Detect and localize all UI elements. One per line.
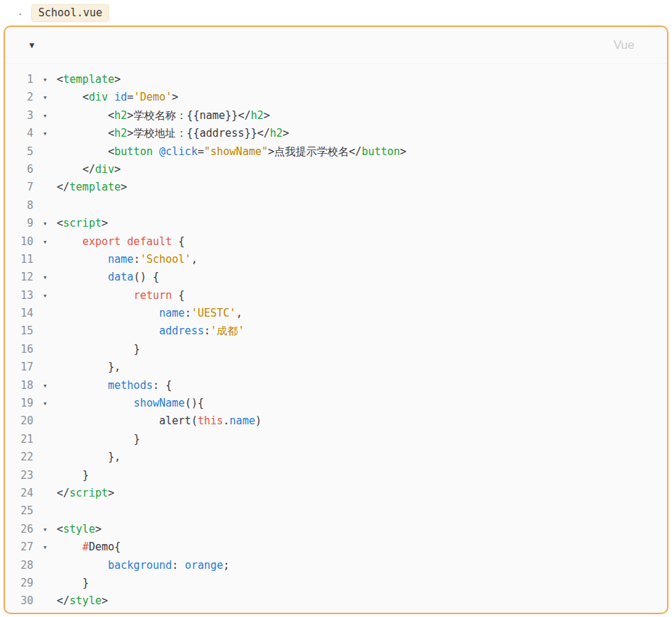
code-editor: ▼ Vue 1▾<template>2▾ <div id='Demo'>3▾ <… [4, 26, 668, 614]
fold-arrow-icon[interactable]: ▾ [33, 287, 57, 305]
code-line: 19▾ showName(){ [5, 395, 667, 412]
line-number: 29 [5, 574, 33, 592]
code-line: 21 } [5, 431, 667, 448]
fold-spacer [33, 143, 57, 161]
code-text: showName(){ [57, 395, 204, 412]
code-text: <h2>学校名称：{{name}}</h2> [57, 107, 270, 125]
fold-spacer [33, 251, 57, 268]
fold-arrow-icon[interactable]: ▾ [33, 89, 57, 106]
code-line: 29 } [5, 574, 667, 592]
code-line: 30</style> [5, 592, 667, 610]
code-line: 1▾<template> [5, 71, 667, 89]
line-number: 3 [5, 107, 33, 125]
code-line: 25 [5, 502, 667, 520]
code-line: 16 } [5, 341, 667, 358]
fold-arrow-icon[interactable]: ▾ [33, 538, 57, 556]
line-number: 27 [5, 538, 33, 556]
fold-spacer [33, 431, 57, 448]
code-text: </style> [57, 592, 108, 610]
code-text: }, [57, 358, 121, 376]
fold-arrow-icon[interactable]: ▾ [33, 107, 57, 125]
fold-arrow-icon[interactable]: ▾ [33, 233, 57, 251]
fold-spacer [33, 179, 57, 196]
line-number: 2 [5, 89, 33, 106]
code-line: 7</template> [5, 179, 667, 196]
code-text: address:'成都' [57, 322, 245, 340]
code-text: methods: { [57, 377, 172, 395]
fold-spacer [33, 412, 57, 430]
code-text: export default { [57, 233, 185, 251]
line-number: 17 [5, 358, 33, 376]
fold-arrow-icon[interactable]: ▾ [33, 377, 57, 395]
page: · School.vue ▼ Vue 1▾<template>2▾ <div i… [0, 0, 672, 614]
fold-arrow-icon[interactable]: ▾ [33, 268, 57, 286]
code-text: } [57, 431, 140, 448]
code-text: } [57, 467, 89, 485]
line-number: 4 [5, 125, 33, 142]
code-text: background: orange; [57, 557, 230, 574]
code-line: 3▾ <h2>学校名称：{{name}}</h2> [5, 107, 667, 125]
fold-arrow-icon[interactable]: ▾ [33, 521, 57, 538]
code-lines: 1▾<template>2▾ <div id='Demo'>3▾ <h2>学校名… [5, 64, 667, 611]
fold-spacer [33, 574, 57, 592]
line-number: 15 [5, 322, 33, 340]
fold-spacer [33, 358, 57, 376]
code-text: <h2>学校地址：{{address}}</h2> [57, 125, 289, 142]
fold-spacer [33, 322, 57, 340]
line-number: 6 [5, 161, 33, 179]
code-line: 15 address:'成都' [5, 322, 667, 340]
code-line: 5 <button @click="showName">点我提示学校名</but… [5, 143, 667, 161]
code-line: 20 alert(this.name) [5, 412, 667, 430]
line-number: 9 [5, 215, 33, 232]
editor-header: ▼ Vue [5, 27, 667, 64]
language-badge: Vue [613, 38, 634, 52]
list-bullet: · [18, 7, 22, 19]
code-line: 18▾ methods: { [5, 377, 667, 395]
code-line: 13▾ return { [5, 287, 667, 305]
code-text: name:'UESTC', [57, 305, 242, 322]
collapse-arrow-icon[interactable]: ▼ [28, 41, 36, 50]
fold-spacer [33, 305, 57, 322]
line-number: 16 [5, 341, 33, 358]
line-number: 18 [5, 377, 33, 395]
line-number: 20 [5, 412, 33, 430]
code-line: 2▾ <div id='Demo'> [5, 89, 667, 106]
line-number: 23 [5, 467, 33, 485]
fold-arrow-icon[interactable]: ▾ [33, 215, 57, 232]
code-text: } [57, 574, 89, 592]
code-text: <div id='Demo'> [57, 89, 179, 106]
code-line: 26▾<style> [5, 521, 667, 538]
code-text: return { [57, 287, 185, 305]
line-number: 19 [5, 395, 33, 412]
fold-spacer [33, 485, 57, 502]
file-name-chip: School.vue [31, 4, 109, 22]
fold-spacer [33, 467, 57, 485]
code-text: }, [57, 448, 121, 466]
fold-arrow-icon[interactable]: ▾ [33, 125, 57, 142]
code-text: } [57, 341, 140, 358]
fold-spacer [33, 502, 57, 520]
line-number: 25 [5, 502, 33, 520]
fold-spacer [33, 161, 57, 179]
code-text: alert(this.name) [57, 412, 262, 430]
code-text: name:'School', [57, 251, 198, 268]
code-line: 22 }, [5, 448, 667, 466]
line-number: 30 [5, 592, 33, 610]
code-line: 24</script> [5, 485, 667, 502]
code-line: 10▾ export default { [5, 233, 667, 251]
fold-arrow-icon[interactable]: ▾ [33, 395, 57, 412]
fold-spacer [33, 197, 57, 215]
line-number: 24 [5, 485, 33, 502]
fold-spacer [33, 557, 57, 574]
code-text: </template> [57, 179, 127, 196]
fold-spacer [33, 341, 57, 358]
code-line: 8 [5, 197, 667, 215]
line-number: 1 [5, 71, 33, 89]
line-number: 22 [5, 448, 33, 466]
code-line: 27▾ #Demo{ [5, 538, 667, 556]
code-line: 4▾ <h2>学校地址：{{address}}</h2> [5, 125, 667, 142]
line-number: 26 [5, 521, 33, 538]
code-line: 6 </div> [5, 161, 667, 179]
line-number: 7 [5, 179, 33, 196]
fold-arrow-icon[interactable]: ▾ [33, 71, 57, 89]
